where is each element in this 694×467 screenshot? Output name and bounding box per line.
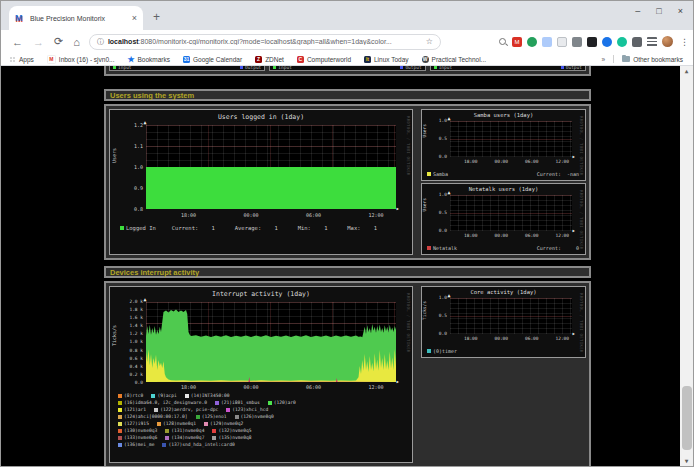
search-extension-icon[interactable] — [497, 37, 507, 47]
legend-label: (130)nvme0q3 — [124, 428, 157, 433]
scrollbar-up-icon[interactable]: ▲ — [680, 66, 693, 76]
y-tick-label: 0.0 — [439, 331, 447, 336]
bookmark-computerworld[interactable]: CComputerworld — [297, 56, 351, 63]
other-bookmarks-button[interactable]: Other bookmarks — [622, 56, 683, 63]
network-section-partial: Input Output Input Output Input Output — [104, 66, 591, 76]
extension-icon-4[interactable] — [542, 37, 552, 47]
network-graph-partial[interactable]: Input Output — [269, 66, 425, 71]
graph-x-ticks: 18:0000:0006:0012:00 — [146, 384, 396, 390]
back-icon[interactable]: ← — [12, 36, 23, 48]
legend-item: (132)nvme0q5 — [212, 428, 251, 433]
page-info-icon[interactable]: ⓘ — [97, 37, 104, 47]
bookmark-linux-today[interactable]: ltLinux Today — [364, 56, 409, 63]
users-logged-in-graph[interactable]: Users logged in (1day)Users1.21.11.00.90… — [109, 109, 413, 255]
extensions-puzzle-icon[interactable] — [632, 37, 642, 47]
interrupt-activity-graph[interactable]: Interrupt activity (1day)Ticks/s2.0 k1.8… — [109, 286, 413, 463]
x-tick-label: 06:00 — [306, 384, 321, 390]
legend-label: (128)nvme0q1 — [163, 421, 196, 426]
core-activity-graph[interactable]: Core activity (1day)Ticks/s1.00.50.0▲▶18… — [421, 286, 586, 358]
extension-icon-3[interactable] — [527, 37, 537, 47]
legend-label: (129)nvme0q2 — [210, 421, 243, 426]
graph-legend: Logged InCurrent: 1 Average: 1 Min: 1 Ma… — [120, 225, 404, 231]
graph-y-ticks: 1.00.50.0 — [424, 295, 447, 336]
legend-color-swatch — [154, 408, 158, 412]
bookmark-apps[interactable]: Apps — [9, 56, 34, 63]
output-legend-swatch — [561, 66, 564, 69]
samba-users-graph[interactable]: Samba users (1day)Users1.00.50.0▲▶18:000… — [421, 109, 586, 181]
window-minimize-button[interactable]: – — [635, 6, 640, 16]
legend-label: Samba — [433, 171, 448, 177]
legend-label: (132)nvme0q5 — [218, 428, 251, 433]
extension-icon-5[interactable] — [557, 37, 567, 47]
bookmarks-overflow-icon[interactable]: » — [602, 56, 606, 63]
window-maximize-button[interactable]: □ — [656, 6, 661, 16]
extension-icon-8[interactable] — [602, 37, 612, 47]
page-scrollbar[interactable]: ▲ ▼ — [680, 66, 693, 466]
scrollbar-thumb[interactable] — [682, 386, 692, 450]
extension-icon-9[interactable] — [617, 37, 627, 47]
x-tick-label: 18:00 — [181, 384, 196, 390]
reload-icon[interactable]: ⟳ — [54, 35, 63, 48]
bookmark-google-calendar[interactable]: 31Google Calendar — [183, 56, 242, 63]
legend-row: (124)ahci[0000:00:17.0](125)eno1(126)nvm… — [118, 413, 409, 420]
bookmark-star-icon[interactable]: ☆ — [426, 37, 433, 46]
graph-legend: (0)timer — [427, 348, 579, 354]
bookmark-bookmarks[interactable]: ★Bookmarks — [127, 56, 170, 63]
graph-plot-area: ▲▶ — [450, 121, 572, 157]
mail-extension-icon[interactable]: M — [512, 37, 522, 47]
legend-item: (125)eno1 — [196, 414, 227, 419]
forward-icon[interactable]: → — [33, 36, 44, 48]
new-tab-button[interactable]: + — [153, 10, 160, 24]
apps-grid-icon — [9, 56, 16, 63]
x-tick-label: 06:00 — [525, 233, 539, 238]
network-graph-partial[interactable]: Input Output — [430, 66, 586, 71]
legend-item: (134)nvme0q7 — [165, 435, 204, 440]
url-input[interactable]: ⓘ localhost :8080/monitorix-cgi/monitori… — [89, 34, 441, 50]
legend-color-swatch — [212, 436, 216, 440]
x-tick-label: 18:00 — [464, 159, 478, 164]
users-section: Users using the system Users logged in (… — [104, 89, 591, 260]
bookmark-zdnet[interactable]: ZZDNet — [255, 56, 284, 63]
netatalk-users-graph[interactable]: Netatalk users (1day)Users1.00.50.0▲▶18:… — [421, 183, 586, 255]
window-close-button[interactable]: × — [678, 6, 683, 16]
legend-row: (133)nvme0q6(134)nvme0q7(135)nvme0q8 — [118, 434, 409, 441]
legend-color-swatch — [118, 436, 122, 440]
y-tick-label: 0.6 k — [129, 356, 143, 361]
output-legend-label: Output — [245, 66, 261, 70]
browser-menu-icon[interactable]: ⋮ — [680, 37, 689, 47]
legend-item: (14)INT3450:00 — [185, 393, 230, 398]
legend-color-swatch — [204, 422, 208, 426]
input-legend-swatch — [434, 66, 437, 69]
y-tick-label: 1.0 — [439, 192, 447, 197]
input-legend-swatch — [113, 66, 116, 69]
wordpress-icon: W — [422, 56, 429, 63]
browser-tab[interactable]: M Blue Precision Monitorix × — [9, 6, 143, 30]
bookmark-inbox[interactable]: MInbox (16) - sjvn0... — [47, 55, 115, 64]
rrdtool-watermark: RRDTOOL / TOBI OETIKER — [579, 293, 584, 353]
network-graph-partial[interactable]: Input Output — [109, 66, 265, 71]
interrupts-section-body: Interrupt activity (1day)Ticks/s2.0 k1.8… — [104, 281, 591, 466]
x-tick-label: 06:00 — [306, 212, 321, 218]
home-icon[interactable]: ⌂ — [73, 36, 80, 48]
tab-close-icon[interactable]: × — [132, 13, 137, 23]
legend-item: Samba — [427, 171, 448, 177]
legend-color-swatch — [120, 226, 124, 230]
profile-avatar[interactable] — [662, 36, 673, 47]
legend-label: (137)snd_hda_intel:card0 — [168, 442, 234, 447]
legend-item: (131)nvme0q4 — [165, 428, 204, 433]
legend-label: (125)eno1 — [202, 414, 227, 419]
bookmark-practical-technology[interactable]: WPractical Technol... — [422, 56, 486, 63]
axis-arrow-up-icon: ▲ — [448, 116, 451, 121]
legend-label: (21)i801_smbus — [221, 400, 260, 405]
output-legend-label: Output — [405, 66, 421, 70]
legend-item: (21)i801_smbus — [215, 400, 260, 405]
x-tick-label: 18:00 — [464, 336, 478, 341]
scrollbar-down-icon[interactable]: ▼ — [680, 456, 693, 466]
extension-icon-7[interactable] — [587, 37, 597, 47]
legend-item: Logged In — [120, 225, 156, 231]
rrdtool-watermark: RRDTOOL / TOBI OETIKER — [579, 116, 584, 176]
tab-list-icon[interactable] — [647, 37, 657, 47]
legend-color-swatch — [118, 394, 122, 398]
extension-icon-6[interactable] — [572, 37, 582, 47]
legend-row: (8)rtc0(9)acpi(14)INT3450:00 — [118, 392, 409, 399]
